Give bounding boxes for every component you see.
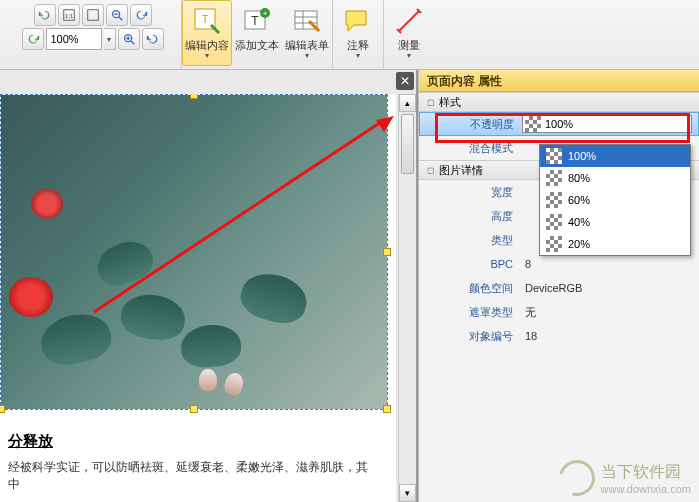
redo-button[interactable] <box>22 28 44 50</box>
svg-text:T: T <box>251 14 259 28</box>
height-label: 高度 <box>419 209 521 224</box>
opacity-dropdown[interactable]: 100% 80% 60% 40% 20% <box>539 144 691 256</box>
resize-handle[interactable] <box>383 248 391 256</box>
watermark-name: 当下软件园 <box>601 462 691 483</box>
vertical-scrollbar[interactable]: ▴ ▾ <box>398 94 416 502</box>
document-text: 分释放 经被科学实证，可以防晒祛斑、延缓衰老、柔嫩光泽、滋养肌肤，其中 <box>0 426 376 499</box>
measure-label: 测量 <box>398 39 420 51</box>
checker-swatch-icon <box>546 170 562 186</box>
photo-content <box>1 95 387 409</box>
checker-swatch-icon <box>546 236 562 252</box>
dropdown-item[interactable]: 100% <box>540 145 690 167</box>
text-paragraph: 经被科学实证，可以防晒祛斑、延缓衰老、柔嫩光泽、滋养肌肤，其中 <box>8 459 368 493</box>
resize-handle[interactable] <box>0 405 5 413</box>
zoom-out-button[interactable] <box>106 4 128 26</box>
dropdown-item[interactable]: 20% <box>540 233 690 255</box>
masktype-value: 无 <box>521 305 699 320</box>
fit-width-button[interactable] <box>82 4 104 26</box>
edit-form-button[interactable]: 编辑表单 ▾ <box>282 0 332 66</box>
svg-line-4 <box>118 17 122 21</box>
annotate-label: 注释 <box>347 39 369 51</box>
watermark-logo-icon <box>552 453 601 502</box>
highlight-box <box>435 113 690 143</box>
canvas-pane: ✕ ▴ ▾ 分释放 经被科学实证，可以防晒祛斑、延缓衰老、柔嫩光泽 <box>0 70 418 502</box>
zoom-in-button[interactable] <box>118 28 140 50</box>
resize-handle[interactable] <box>190 94 198 99</box>
annotate-icon <box>342 5 374 37</box>
fit-page-button[interactable]: 1:1 <box>58 4 80 26</box>
svg-text:T: T <box>202 14 208 25</box>
add-text-button[interactable]: T+ 添加文本 <box>232 0 282 66</box>
scroll-up-button[interactable]: ▴ <box>399 94 416 112</box>
type-label: 类型 <box>419 233 521 248</box>
svg-line-7 <box>130 41 134 45</box>
zoom-dropdown-arrow[interactable]: ▾ <box>104 28 116 50</box>
dropdown-item-label: 100% <box>568 150 596 162</box>
scroll-thumb[interactable] <box>401 114 414 174</box>
document-area[interactable]: 分释放 经被科学实证，可以防晒祛斑、延缓衰老、柔嫩光泽、滋养肌肤，其中 <box>0 94 396 502</box>
edit-content-icon: T <box>191 5 223 37</box>
colorspace-label: 颜色空间 <box>419 281 521 296</box>
dropdown-item-label: 40% <box>568 216 590 228</box>
width-label: 宽度 <box>419 185 521 200</box>
svg-text:+: + <box>263 9 268 18</box>
edit-form-icon <box>291 5 323 37</box>
watermark: 当下软件园 www.downxia.com <box>559 460 691 496</box>
zoom-group: 1:1 ▾ <box>4 0 182 69</box>
zoom-input[interactable] <box>46 28 102 50</box>
edit-content-label: 编辑内容 <box>185 39 229 51</box>
resize-handle[interactable] <box>190 405 198 413</box>
section-image-label: 图片详情 <box>439 163 483 178</box>
rotate-right-button[interactable] <box>142 28 164 50</box>
masktype-label: 遮罩类型 <box>419 305 521 320</box>
dropdown-item-label: 80% <box>568 172 590 184</box>
dropdown-item-label: 60% <box>568 194 590 206</box>
dropdown-item[interactable]: 40% <box>540 211 690 233</box>
scroll-down-button[interactable]: ▾ <box>399 484 416 502</box>
watermark-url: www.downxia.com <box>601 483 691 495</box>
svg-text:1:1: 1:1 <box>64 12 73 19</box>
checker-swatch-icon <box>546 192 562 208</box>
measure-icon <box>393 5 425 37</box>
add-text-label: 添加文本 <box>235 39 279 51</box>
dropdown-item[interactable]: 60% <box>540 189 690 211</box>
colorspace-value: DeviceRGB <box>521 282 699 294</box>
section-style[interactable]: ▢样式 <box>419 92 699 112</box>
edit-content-button[interactable]: T 编辑内容 ▾ <box>182 0 232 66</box>
close-tab-button[interactable]: ✕ <box>396 72 414 90</box>
selected-image[interactable] <box>0 94 388 410</box>
measure-button[interactable]: 测量 ▾ <box>384 0 434 66</box>
bpc-value: 8 <box>521 258 699 270</box>
section-style-label: 样式 <box>439 95 461 110</box>
objnum-label: 对象编号 <box>419 329 521 344</box>
resize-handle[interactable] <box>383 405 391 413</box>
checker-swatch-icon <box>546 214 562 230</box>
bpc-label: BPC <box>419 258 521 270</box>
dropdown-item[interactable]: 80% <box>540 167 690 189</box>
text-heading: 分释放 <box>8 432 368 451</box>
main-toolbar: 1:1 ▾ T 编辑内容 ▾ T+ 添加文本 编辑表单 ▾ 注释 ▾ 测量 <box>0 0 699 70</box>
svg-rect-2 <box>87 10 98 21</box>
edit-form-label: 编辑表单 <box>285 39 329 51</box>
objnum-value: 18 <box>521 330 699 342</box>
dropdown-item-label: 20% <box>568 238 590 250</box>
checker-swatch-icon <box>546 148 562 164</box>
panel-title: 页面内容 属性 <box>419 70 699 92</box>
undo-button[interactable] <box>34 4 56 26</box>
annotate-button[interactable]: 注释 ▾ <box>333 0 383 66</box>
rotate-left-button[interactable] <box>130 4 152 26</box>
add-text-icon: T+ <box>241 5 273 37</box>
